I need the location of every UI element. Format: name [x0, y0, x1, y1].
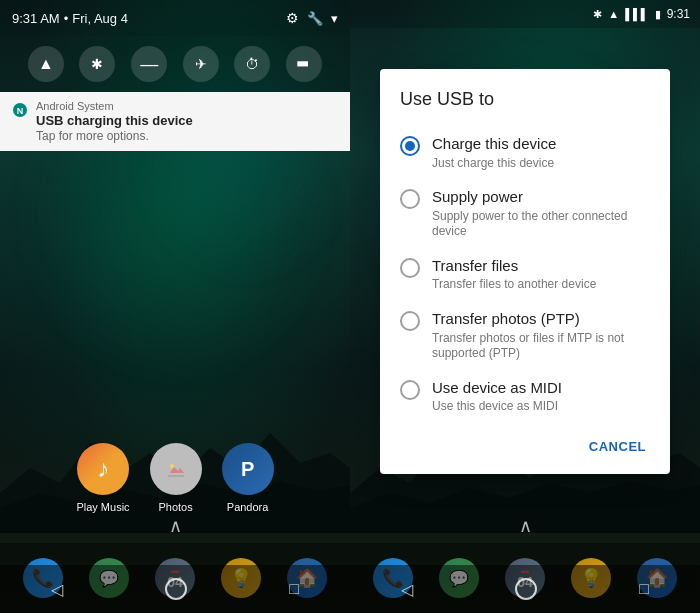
app-drawer-chevron-left[interactable]: ∧	[169, 515, 182, 537]
app-photos[interactable]: Photos	[150, 443, 202, 513]
option-midi-label: Use device as MIDI	[432, 378, 562, 398]
photos-label: Photos	[158, 501, 192, 513]
option-transfer-photos-text: Transfer photos (PTP) Transfer photos or…	[432, 309, 650, 362]
settings-icon[interactable]: ⚙	[286, 10, 299, 26]
option-charge-text: Charge this device Just charge this devi…	[432, 134, 556, 171]
dialog-title: Use USB to	[380, 89, 670, 126]
svg-point-3	[170, 464, 174, 468]
option-supply-text: Supply power Supply power to the other c…	[432, 187, 650, 240]
qs-battery-icon[interactable]: ▮	[286, 46, 322, 82]
option-midi-desc: Use this device as MIDI	[432, 399, 562, 415]
option-midi-text: Use device as MIDI Use this device as MI…	[432, 378, 562, 415]
notification-bar[interactable]: N Android System USB charging this devic…	[0, 92, 350, 151]
radio-transfer-photos[interactable]	[400, 311, 420, 331]
radio-supply[interactable]	[400, 189, 420, 209]
option-supply-label: Supply power	[432, 187, 650, 207]
right-panel: ✱ ▲ ▌▌▌ ▮ 9:31 Use USB to Charge this de…	[350, 0, 700, 613]
photos-icon	[150, 443, 202, 495]
android-system-icon: N	[12, 102, 28, 118]
qs-bluetooth-icon[interactable]: ✱	[79, 46, 115, 82]
play-music-icon	[77, 443, 129, 495]
option-transfer-photos[interactable]: Transfer photos (PTP) Transfer photos or…	[380, 301, 670, 370]
qs-timer-icon[interactable]: ⏱	[234, 46, 270, 82]
notification-content: Android System USB charging this device …	[36, 100, 193, 143]
app-grid: Play Music Photos P Pandora	[0, 443, 350, 513]
option-transfer-files[interactable]: Transfer files Transfer files to another…	[380, 248, 670, 301]
status-bar-left: 9:31 AM • Fri, Aug 4 ⚙ 🔧 ▾	[0, 0, 350, 36]
status-right-icons: ⚙ 🔧 ▾	[286, 10, 338, 26]
left-panel: 9:31 AM • Fri, Aug 4 ⚙ 🔧 ▾ ▲ ✱ — ✈ ⏱ ▮ N…	[0, 0, 350, 613]
usb-dialog: Use USB to Charge this device Just charg…	[380, 69, 670, 474]
option-charge[interactable]: Charge this device Just charge this devi…	[380, 126, 670, 179]
svg-text:N: N	[17, 106, 24, 116]
radio-charge[interactable]	[400, 136, 420, 156]
notification-subtitle: Tap for more options.	[36, 129, 193, 143]
back-button-left[interactable]: ◁	[51, 580, 63, 599]
nav-bar-right: ◁ □	[350, 565, 700, 613]
dialog-overlay: Use USB to Charge this device Just charg…	[350, 0, 700, 543]
cancel-button[interactable]: CANCEL	[577, 431, 658, 462]
dialog-actions: CANCEL	[380, 423, 670, 466]
photos-svg	[160, 453, 192, 485]
option-transfer-files-desc: Transfer files to another device	[432, 277, 596, 293]
option-transfer-files-text: Transfer files Transfer files to another…	[432, 256, 596, 293]
pandora-icon: P	[222, 443, 274, 495]
nav-bar-left: ◁ □	[0, 565, 350, 613]
radio-midi[interactable]	[400, 380, 420, 400]
notification-app-name: Android System	[36, 100, 193, 112]
wrench-icon: 🔧	[307, 11, 323, 26]
option-transfer-photos-label: Transfer photos (PTP)	[432, 309, 650, 329]
option-midi[interactable]: Use device as MIDI Use this device as MI…	[380, 370, 670, 423]
radio-transfer-files[interactable]	[400, 258, 420, 278]
option-charge-label: Charge this device	[432, 134, 556, 154]
recents-button-right[interactable]: □	[639, 580, 649, 598]
back-button-right[interactable]: ◁	[401, 580, 413, 599]
status-time-left: 9:31 AM	[12, 11, 60, 26]
option-supply-desc: Supply power to the other connected devi…	[432, 209, 650, 240]
pandora-label: Pandora	[227, 501, 269, 513]
chevron-down-icon[interactable]: ▾	[331, 11, 338, 26]
home-button-right[interactable]	[515, 578, 537, 600]
status-date: Fri, Aug 4	[72, 11, 128, 26]
recents-button-left[interactable]: □	[289, 580, 299, 598]
play-music-label: Play Music	[76, 501, 129, 513]
option-transfer-files-label: Transfer files	[432, 256, 596, 276]
notification-title: USB charging this device	[36, 113, 193, 128]
qs-dnd-icon[interactable]: —	[131, 46, 167, 82]
status-separator: •	[64, 11, 69, 26]
app-play-music[interactable]: Play Music	[76, 443, 129, 513]
qs-wifi-icon[interactable]: ▲	[28, 46, 64, 82]
home-button-left[interactable]	[165, 578, 187, 600]
option-supply[interactable]: Supply power Supply power to the other c…	[380, 179, 670, 248]
option-charge-desc: Just charge this device	[432, 156, 556, 172]
option-transfer-photos-desc: Transfer photos or files if MTP is not s…	[432, 331, 650, 362]
app-pandora[interactable]: P Pandora	[222, 443, 274, 513]
quick-settings-row: ▲ ✱ — ✈ ⏱ ▮	[0, 36, 350, 92]
qs-airplane-icon[interactable]: ✈	[183, 46, 219, 82]
